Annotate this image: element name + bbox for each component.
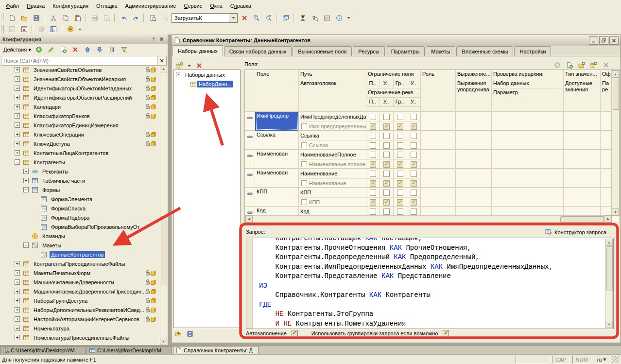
caret-down-button[interactable] [345,12,352,24]
tree-expander-icon[interactable]: + [23,178,29,183]
restriction-checkbox[interactable] [397,123,403,130]
tree-expander-icon[interactable]: + [15,67,20,72]
restriction-checkbox[interactable] [397,171,403,177]
autotitle-checkbox[interactable] [301,142,307,148]
play-button[interactable] [64,23,76,35]
toolbar-grip[interactable] [1,25,4,34]
restriction-checkbox[interactable] [370,190,376,196]
tree-item[interactable]: Команды [0,231,160,241]
restriction-checkbox[interactable] [411,123,417,130]
menu-item[interactable]: Справка [226,1,255,10]
field-row[interactable]: КодКодКод [245,207,612,216]
field-path-cell[interactable]: КПП [299,188,366,197]
search-next-button[interactable] [262,12,275,24]
tree-expander-icon[interactable]: + [15,141,20,146]
restriction-checkbox[interactable] [383,171,390,177]
grouping-checkbox[interactable] [443,330,449,336]
restriction-checkbox[interactable] [383,142,390,149]
window-tab[interactable]: Справочник Контрагенты: Д_ [173,346,259,354]
dataset-item[interactable]: НаборДанн... [174,79,240,88]
tree-item[interactable]: ФормаВыбораПоПроизвольномуОт [0,222,160,231]
tree-item[interactable]: +ЗначенияСвойствОбъектовИерархия [0,74,160,84]
field-path-cell[interactable]: Наименование [299,169,366,178]
window-tab[interactable]: C:\Users\jdfox\Desktop\УМ_ [0,346,86,354]
search-prev-button[interactable] [250,12,262,24]
restriction-checkbox[interactable] [411,161,417,168]
restriction-checkbox[interactable] [411,152,417,158]
tree-expander-icon[interactable]: + [15,132,20,137]
tree-item[interactable]: +МакетыПечатныхФорм [0,268,160,277]
restriction-checkbox[interactable] [370,199,376,206]
restriction-checkbox[interactable] [397,161,403,168]
window-close-x-button[interactable] [18,23,30,35]
actions-button[interactable]: Действия ▾ [2,47,33,53]
tree-window-button[interactable] [6,23,18,35]
print-preview-button[interactable] [101,12,113,24]
field-autotitle-cell[interactable]: Наименование [299,178,366,188]
undo-button[interactable] [118,12,130,24]
tree-item[interactable]: ФормаПодбора [0,213,160,222]
tree-item[interactable]: -Формы [0,185,160,194]
restriction-checkbox[interactable] [397,133,403,139]
tree-expander-icon[interactable]: + [15,316,20,322]
field-path-cell[interactable]: Код [299,207,366,216]
field-name-cell[interactable]: ИмяПредопр [255,112,299,131]
field-name-cell[interactable]: Ссылка [255,131,299,150]
field-name-cell[interactable]: Код [255,207,299,216]
tree-expander-icon[interactable]: + [23,169,29,174]
field-autotitle-cell[interactable]: Ссылка [299,140,366,150]
tab-2[interactable]: Вычисляемые поля [293,46,352,56]
menu-item[interactable]: Правка [23,1,49,10]
tree-expander-icon[interactable]: - [15,159,20,165]
restriction-checkbox[interactable] [370,208,376,215]
book-button[interactable] [321,12,333,24]
tree-item[interactable]: +НаборыДополнительныхРеквизитовИСвед... [0,305,160,314]
tree-expander-icon[interactable]: + [15,335,20,340]
query-vscrollbar[interactable]: ▲ ▼ [605,239,613,328]
restriction-checkbox[interactable] [411,133,417,139]
tree-item[interactable]: +КлассификаторЕдиницИзмерения [0,121,160,130]
tree-expander-icon[interactable]: - [176,72,181,77]
field-row[interactable]: КППКППКПП [245,188,612,207]
window-titlebar[interactable]: Справочник Контрагенты: ДанныеКонтрагент… [172,35,621,46]
windows-copy-button[interactable] [279,12,292,24]
tree-item[interactable]: +ИдентификаторыОбъектовМетаданных [0,84,160,93]
close-button[interactable] [609,36,619,45]
restriction-checkbox[interactable] [370,142,376,149]
search-combobox[interactable]: ЗагрузитьК [172,13,238,23]
help-search-button[interactable]: ? [309,12,321,24]
tree-item[interactable]: -Контрагенты [0,157,160,167]
restriction-checkbox[interactable] [411,114,417,120]
clear-search-icon[interactable]: ✕ [157,56,167,66]
menu-item[interactable]: Конфигурация [49,1,92,10]
restriction-checkbox[interactable] [370,123,376,130]
tree-item[interactable]: +Табличные части [0,176,160,185]
col-appearance[interactable]: Оф [601,70,612,79]
tab-1[interactable]: Связи наборов данных [224,46,292,56]
restriction-checkbox[interactable] [397,199,403,206]
tree-item[interactable]: ФормаЭлемента [0,194,160,204]
autotitle-checkbox[interactable] [301,161,307,167]
tree-expander-icon[interactable]: - [23,187,29,192]
field-path-cell[interactable]: ИмяПредопределенныхДа... [299,112,366,121]
restriction-checkbox[interactable] [383,161,390,168]
field-autotitle-cell[interactable]: Наименование полное [299,159,366,169]
field-path-cell[interactable]: НаименованиеПолное [299,150,366,159]
cut-button[interactable] [47,12,59,24]
restriction-checkbox[interactable] [383,208,390,215]
configurator-person-button[interactable] [296,12,309,24]
field-row[interactable]: СсылкаСсылкаСсылка [245,131,612,150]
tree-item[interactable]: +ЗначенияСвойствОбъектов [0,65,160,74]
tab-3[interactable]: Ресурсы [353,46,384,56]
page-new-button[interactable] [6,12,18,24]
tree-item[interactable]: +КонтрагентыПрисоединенныеФайлы [0,259,160,268]
tree-item[interactable]: +КлючевыеОперации [0,130,160,139]
language-selector[interactable]: ru ▾ [594,356,609,364]
field-path-cell[interactable]: Ссылка [299,131,366,140]
col-restriction-field[interactable]: Ограничение поля [366,70,421,79]
sort-list-button[interactable] [106,44,118,55]
autotitle-checkbox[interactable] [301,199,307,205]
tree-item[interactable]: +Номенклатура [0,324,160,333]
move-down-button[interactable] [94,44,106,55]
tree-expander-icon[interactable]: + [15,289,20,294]
